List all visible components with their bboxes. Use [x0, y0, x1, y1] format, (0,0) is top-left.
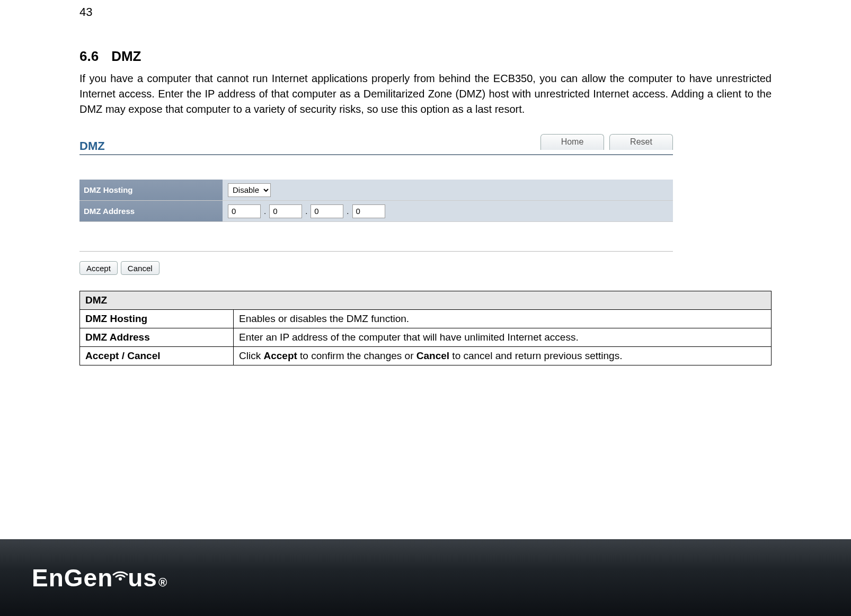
page-footer: EnGen us®: [0, 539, 851, 616]
dmz-address-row: DMZ Address . . .: [79, 201, 673, 222]
ip-dot: .: [347, 207, 349, 216]
table-row: DMZ Address Enter an IP address of the c…: [80, 328, 772, 347]
row-key: DMZ Address: [80, 328, 234, 347]
heading-number: 6.6: [79, 48, 99, 64]
body-paragraph: If you have a computer that cannot run I…: [79, 71, 772, 117]
section-heading: 6.6DMZ: [79, 48, 772, 65]
cancel-button[interactable]: Cancel: [121, 261, 159, 275]
ip-octet-3[interactable]: [311, 204, 343, 218]
ip-dot: .: [305, 207, 307, 216]
row-desc: Enter an IP address of the computer that…: [234, 328, 772, 347]
table-row: DMZ Hosting Enables or disables the DMZ …: [80, 310, 772, 328]
ip-octet-2[interactable]: [269, 204, 302, 218]
heading-title: DMZ: [111, 48, 141, 64]
dmz-config-screenshot: DMZ Home Reset DMZ Hosting Disable DMZ A…: [79, 134, 673, 275]
panel-title: DMZ: [79, 139, 105, 153]
accept-button[interactable]: Accept: [79, 261, 118, 275]
row-desc: Click Accept to confirm the changes or C…: [234, 347, 772, 365]
ip-octet-1[interactable]: [228, 204, 261, 218]
engenius-logo: EnGen us®: [32, 564, 167, 592]
page-number: 43: [79, 5, 772, 19]
description-table: DMZ DMZ Hosting Enables or disables the …: [79, 291, 772, 365]
row-desc: Enables or disables the DMZ function.: [234, 310, 772, 328]
reset-button[interactable]: Reset: [609, 134, 673, 150]
dmz-address-label: DMZ Address: [79, 207, 223, 216]
dmz-hosting-label: DMZ Hosting: [79, 185, 223, 194]
dmz-hosting-select[interactable]: Disable: [228, 183, 271, 197]
dmz-hosting-row: DMZ Hosting Disable: [79, 180, 673, 201]
wifi-icon: [113, 565, 127, 586]
ip-dot: .: [264, 207, 266, 216]
row-key: DMZ Hosting: [80, 310, 234, 328]
svg-point-0: [119, 577, 122, 581]
home-button[interactable]: Home: [540, 134, 604, 150]
ip-octet-4[interactable]: [352, 204, 385, 218]
registered-icon: ®: [158, 576, 167, 590]
table-header: DMZ: [80, 291, 772, 310]
table-row: Accept / Cancel Click Accept to confirm …: [80, 347, 772, 365]
row-key: Accept / Cancel: [80, 347, 234, 365]
